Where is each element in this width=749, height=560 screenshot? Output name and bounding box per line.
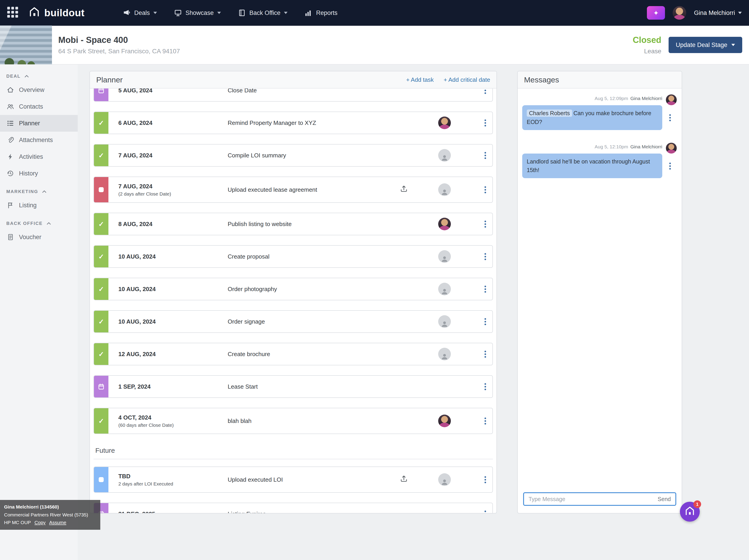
message-item: Aug 5, 12:10pm Gina Melchiorri Landlord … — [522, 143, 677, 178]
task-title: Order photography — [228, 286, 399, 293]
task-date: 10 AUG, 2024 — [119, 286, 228, 293]
logo-text: buildout — [44, 7, 84, 19]
sidebar: DEAL Overview Contacts Planner Attachmen… — [0, 65, 78, 560]
nav-item-showcase[interactable]: Showcase — [174, 0, 221, 26]
sidebar-item-listing[interactable]: Listing — [0, 197, 78, 214]
task-kebab-menu[interactable] — [481, 474, 490, 485]
task-row: ✓ 7 AUG, 2024 Compile LOI summary — [93, 144, 493, 167]
assignee-avatar-placeholder[interactable] — [438, 283, 451, 295]
deal-status: Closed — [633, 35, 661, 45]
buildout-chat-fab[interactable]: 1 — [680, 502, 700, 522]
sidebar-item-overview[interactable]: Overview — [0, 82, 78, 98]
assignee-avatar-placeholder[interactable] — [438, 184, 451, 196]
sidebar-item-contacts[interactable]: Contacts — [0, 98, 78, 115]
user-name: Gina Melchiorri — [694, 9, 735, 17]
assignee-avatar-placeholder[interactable] — [438, 149, 451, 162]
task-kebab-menu[interactable] — [481, 381, 490, 392]
sidebar-section-marketing[interactable]: MARKETING — [0, 186, 78, 197]
sidebar-item-voucher[interactable]: Voucher — [0, 229, 78, 245]
task-title: Create proposal — [228, 253, 399, 260]
task-title: Lease Start — [228, 383, 399, 390]
main-content: Planner + Add task + Add critical date 5… — [78, 65, 749, 560]
deals-icon — [123, 9, 131, 17]
task-title: Publish listing to website — [228, 221, 399, 228]
task-title: Upload executed lease agreement — [228, 186, 399, 193]
top-navbar: buildout Deals Showcase Back Office Repo… — [0, 0, 749, 26]
messages-list: Aug 5, 12:09pm Gina Melchiorri Charles R… — [518, 88, 682, 488]
receipt-icon — [7, 234, 14, 241]
buildout-logo[interactable]: buildout — [28, 6, 84, 20]
task-title: Order signage — [228, 318, 399, 325]
add-task-link[interactable]: + Add task — [406, 76, 434, 83]
contacts-icon — [7, 103, 14, 110]
upload-icon[interactable] — [400, 474, 408, 485]
apps-grid-icon[interactable] — [7, 7, 19, 19]
assignee-avatar[interactable] — [438, 116, 451, 129]
admin-session-overlay: Gina Melchiorri (134560) Commercial Part… — [0, 500, 100, 530]
task-date: 10 AUG, 2024 — [119, 318, 228, 325]
task-row: 1 SEP, 2024 Lease Start — [93, 375, 493, 398]
task-title: blah blah — [228, 417, 399, 425]
sidebar-item-attachments[interactable]: Attachments — [0, 132, 78, 148]
user-menu[interactable]: Gina Melchiorri — [694, 9, 742, 17]
task-kebab-menu[interactable] — [481, 509, 490, 513]
deal-header: Mobi - Space 400 64 S Park Street, San F… — [0, 26, 749, 65]
task-kebab-menu[interactable] — [481, 284, 490, 295]
mention-chip[interactable]: Charles Roberts — [527, 109, 572, 117]
task-row: 31 DEC, 2025 Listing Expires — [93, 503, 493, 513]
property-thumbnail[interactable] — [0, 25, 52, 64]
task-kebab-menu[interactable] — [481, 150, 490, 161]
message-text: Landlord said he'll be on vacation throu… — [527, 158, 650, 173]
task-row: ✓ 10 AUG, 2024 Create proposal — [93, 245, 493, 268]
ai-assistant-button[interactable]: ✦ — [647, 6, 665, 20]
task-date: 31 DEC, 2025 — [119, 511, 228, 513]
task-kebab-menu[interactable] — [481, 349, 490, 360]
send-button[interactable]: Send — [658, 496, 671, 502]
task-date: 7 AUG, 2024 — [119, 183, 228, 190]
nav-item-reports[interactable]: Reports — [305, 0, 338, 26]
sidebar-item-history[interactable]: History — [0, 165, 78, 182]
admin-user-line: Gina Melchiorri (134560) — [4, 503, 96, 511]
task-kebab-menu[interactable] — [481, 416, 490, 426]
assignee-avatar-placeholder[interactable] — [438, 348, 451, 360]
message-kebab-menu[interactable] — [665, 112, 675, 123]
task-row: ✓ 4 OCT, 2024 (60 days after Close Date)… — [93, 408, 493, 434]
message-kebab-menu[interactable] — [665, 161, 675, 171]
add-critical-date-link[interactable]: + Add critical date — [444, 76, 490, 83]
task-title: Close Date — [228, 88, 399, 94]
assignee-avatar[interactable] — [438, 414, 451, 427]
task-complete-icon: ✓ — [94, 343, 108, 365]
nav-item-back-office[interactable]: Back Office — [238, 0, 288, 26]
message-input[interactable] — [529, 496, 654, 502]
task-kebab-menu[interactable] — [481, 219, 490, 230]
assignee-avatar-placeholder[interactable] — [438, 473, 451, 486]
assignee-avatar-placeholder[interactable] — [438, 250, 451, 263]
user-avatar[interactable] — [673, 6, 686, 20]
nav-item-deals[interactable]: Deals — [123, 0, 157, 26]
copy-link[interactable]: Copy — [35, 520, 46, 525]
task-complete-icon: ✓ — [94, 213, 108, 235]
update-deal-stage-button[interactable]: Update Deal Stage — [669, 37, 742, 53]
task-date: 10 AUG, 2024 — [119, 253, 228, 260]
assignee-avatar[interactable] — [438, 218, 451, 230]
task-complete-icon: ✓ — [94, 112, 108, 134]
sidebar-section-deal[interactable]: DEAL — [0, 70, 78, 82]
message-avatar — [666, 143, 677, 154]
task-complete-icon: ✓ — [94, 278, 108, 300]
task-kebab-menu[interactable] — [481, 316, 490, 327]
chevron-up-icon — [42, 190, 46, 193]
assume-link[interactable]: Assume — [49, 520, 66, 525]
task-kebab-menu[interactable] — [481, 251, 490, 262]
upload-icon[interactable] — [400, 185, 408, 195]
sidebar-item-planner[interactable]: Planner — [0, 115, 78, 132]
task-date: 6 AUG, 2024 — [119, 120, 228, 126]
assignee-avatar-placeholder[interactable] — [438, 315, 451, 328]
sidebar-item-activities[interactable]: Activities — [0, 148, 78, 165]
task-date: 8 AUG, 2024 — [119, 221, 228, 228]
message-item: Aug 5, 12:09pm Gina Melchiorri Charles R… — [522, 94, 677, 130]
task-kebab-menu[interactable] — [481, 117, 490, 128]
task-kebab-menu[interactable] — [481, 88, 490, 96]
task-kebab-menu[interactable] — [481, 185, 490, 195]
message-sender: Gina Melchiorri — [630, 96, 662, 101]
sidebar-section-back-office[interactable]: BACK OFFICE — [0, 217, 78, 229]
